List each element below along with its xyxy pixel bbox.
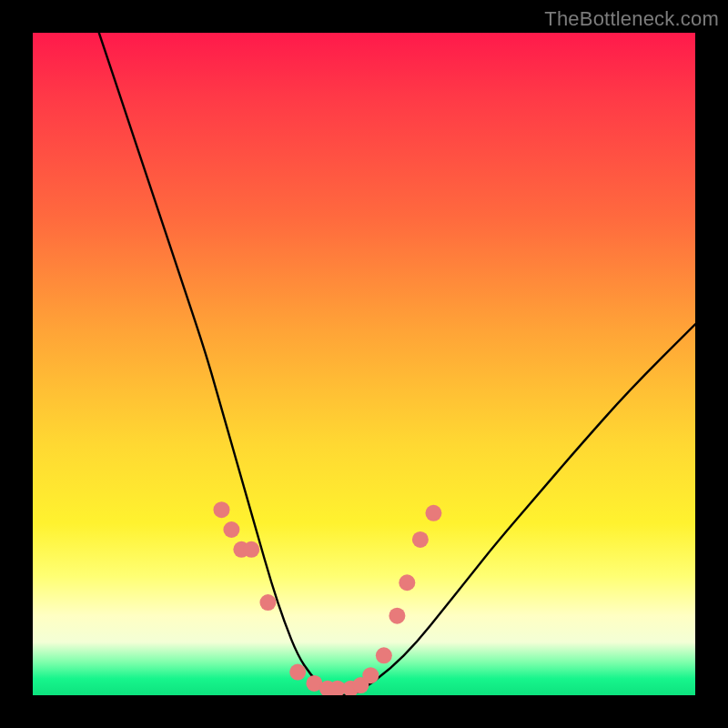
outer-frame: TheBottleneck.com <box>0 0 728 728</box>
marker-dot <box>376 647 392 663</box>
marker-dot <box>289 664 306 681</box>
marker-dot <box>223 521 239 538</box>
watermark-text: TheBottleneck.com <box>544 7 719 31</box>
marker-dot <box>412 531 429 548</box>
marker-dot <box>389 608 405 624</box>
bottleneck-curve <box>99 33 695 695</box>
marker-dot <box>362 667 379 683</box>
marker-dot <box>425 505 441 521</box>
chart-svg <box>33 33 695 695</box>
marker-dot <box>259 594 276 611</box>
marker-dot <box>399 574 415 591</box>
marker-dot <box>213 501 229 518</box>
marker-dot <box>243 541 259 558</box>
marker-group <box>213 501 441 695</box>
chart-area <box>33 33 695 695</box>
